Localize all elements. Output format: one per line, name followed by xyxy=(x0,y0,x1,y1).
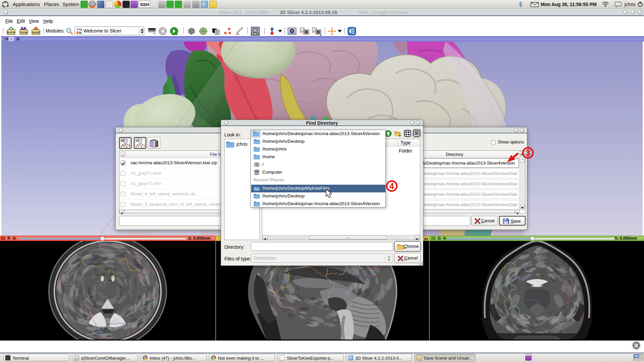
svg-text:SAVE: SAVE xyxy=(32,31,40,34)
svg-text:DCM: DCM xyxy=(20,31,27,34)
svg-text:DATA: DATA xyxy=(7,31,15,34)
